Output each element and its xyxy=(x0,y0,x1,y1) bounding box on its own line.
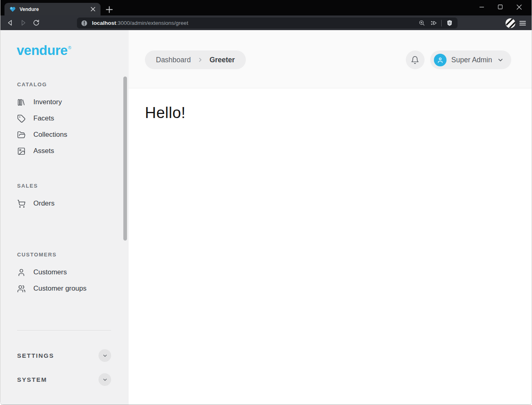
tab-strip: Vendure xyxy=(0,0,532,15)
sidebar-scrollbar[interactable] xyxy=(123,77,127,241)
page-content: Hello! xyxy=(129,88,532,405)
nav-section-sales: SALES xyxy=(17,183,129,189)
folder-icon xyxy=(17,131,26,139)
user-avatar xyxy=(434,54,447,66)
browser-window: Vendure xyxy=(0,0,532,405)
nav-section-customers: CUSTOMERS xyxy=(17,252,129,258)
vendure-admin-app: vendure® CATALOG Inventory Facets xyxy=(0,30,532,405)
minimize-icon[interactable] xyxy=(472,0,491,14)
refresh-icon[interactable] xyxy=(31,18,41,28)
header-actions: Super Admin xyxy=(406,50,511,69)
back-icon[interactable] xyxy=(5,18,15,28)
sidebar-section-settings[interactable]: SETTINGS xyxy=(17,349,111,362)
sidebar-item-inventory[interactable]: Inventory xyxy=(17,94,129,110)
greeting-heading: Hello! xyxy=(145,104,532,122)
sidebar-item-label: Assets xyxy=(33,147,54,155)
users-icon xyxy=(17,285,26,293)
maximize-icon[interactable] xyxy=(491,0,510,14)
cart-icon xyxy=(17,199,26,208)
sidebar-item-label: Collections xyxy=(33,131,67,139)
tag-icon xyxy=(17,114,26,123)
sidebar-item-label: Inventory xyxy=(33,98,62,106)
system-label: SYSTEM xyxy=(17,376,47,383)
sidebar-divider xyxy=(17,330,111,331)
sidebar-item-assets[interactable]: Assets xyxy=(17,143,129,159)
profile-avatar-icon[interactable] xyxy=(505,18,516,29)
logo-trademark: ® xyxy=(68,45,71,50)
chevron-right-icon xyxy=(197,57,204,63)
chevron-down-icon xyxy=(497,57,504,63)
vendure-favicon-icon xyxy=(9,6,16,13)
person-icon xyxy=(437,57,444,63)
sidebar-item-customer-groups[interactable]: Customer groups xyxy=(17,280,129,297)
nav-section-catalog: CATALOG xyxy=(17,81,129,88)
user-menu-button[interactable]: Super Admin xyxy=(430,50,511,69)
url-host: localhost xyxy=(92,20,116,26)
sidebar-item-facets[interactable]: Facets xyxy=(17,110,129,127)
sidebar: vendure® CATALOG Inventory Facets xyxy=(0,30,129,405)
bell-icon xyxy=(411,56,419,64)
browser-toolbar: localhost:3000/admin/extensions/greet xyxy=(0,15,532,30)
address-bar[interactable]: localhost:3000/admin/extensions/greet xyxy=(77,18,458,28)
user-name: Super Admin xyxy=(451,56,492,64)
breadcrumb: Dashboard Greeter xyxy=(145,50,246,69)
sidebar-item-customers[interactable]: Customers xyxy=(17,264,129,280)
main-area: Dashboard Greeter xyxy=(129,30,532,405)
library-icon xyxy=(17,98,26,107)
breadcrumb-dashboard-link[interactable]: Dashboard xyxy=(156,56,191,64)
sidebar-item-label: Customers xyxy=(33,268,67,276)
sidebar-item-orders[interactable]: Orders xyxy=(17,195,129,212)
logo-text: vendure xyxy=(17,43,68,58)
breadcrumb-current-page: Greeter xyxy=(210,56,235,64)
sidebar-nav: CATALOG Inventory Facets xyxy=(0,81,129,297)
vendure-logo[interactable]: vendure® xyxy=(17,44,129,57)
share-icon[interactable] xyxy=(429,19,438,27)
toolbar-divider xyxy=(441,20,442,26)
window-close-icon[interactable] xyxy=(510,0,528,14)
url-path: :3000/admin/extensions/greet xyxy=(116,20,188,26)
new-tab-icon[interactable] xyxy=(105,5,114,14)
url-text: localhost:3000/admin/extensions/greet xyxy=(92,20,414,26)
notifications-button[interactable] xyxy=(406,50,425,69)
sidebar-item-label: Orders xyxy=(33,199,55,208)
forward-icon[interactable] xyxy=(18,18,28,28)
sidebar-item-collections[interactable]: Collections xyxy=(17,127,129,143)
hamburger-menu-icon[interactable] xyxy=(517,18,528,29)
window-controls xyxy=(472,0,528,14)
settings-expand-button[interactable] xyxy=(99,349,111,362)
system-expand-button[interactable] xyxy=(99,373,111,386)
brave-shield-icon[interactable] xyxy=(445,19,453,27)
browser-tab-vendure[interactable]: Vendure xyxy=(4,3,101,15)
user-icon xyxy=(17,268,26,277)
tab-title: Vendure xyxy=(20,7,85,12)
chevron-down-icon xyxy=(102,353,108,359)
zoom-icon[interactable] xyxy=(418,19,426,27)
chevron-down-icon xyxy=(102,377,108,383)
tab-close-icon[interactable] xyxy=(89,6,96,13)
sidebar-item-label: Customer groups xyxy=(33,285,86,293)
sidebar-item-label: Facets xyxy=(33,114,54,123)
page-header: Dashboard Greeter xyxy=(129,30,532,88)
sidebar-section-system[interactable]: SYSTEM xyxy=(17,373,111,386)
image-icon xyxy=(17,147,26,155)
site-info-icon[interactable] xyxy=(80,19,88,27)
settings-label: SETTINGS xyxy=(17,352,54,359)
